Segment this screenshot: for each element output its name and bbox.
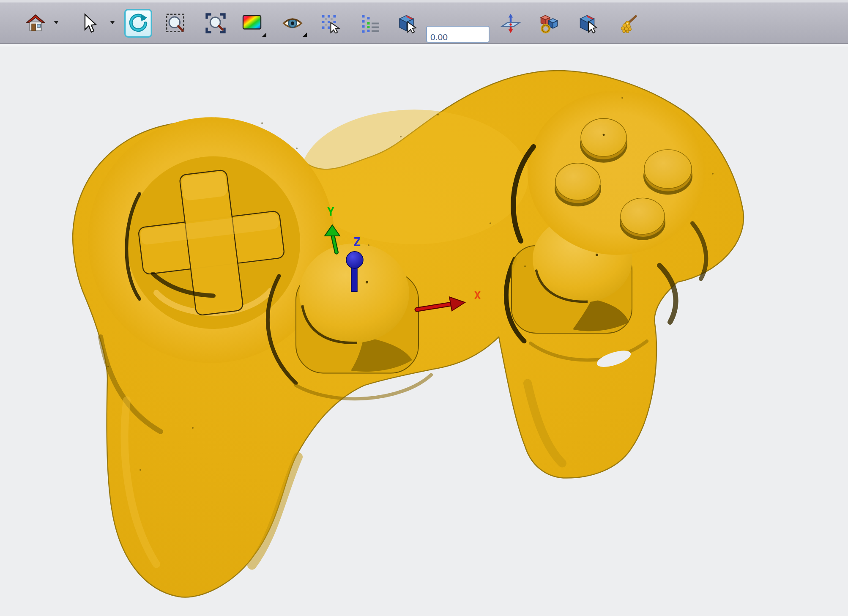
- right-dome-dot: [596, 254, 598, 256]
- select-dropdown-chevron[interactable]: [110, 21, 115, 24]
- points-list-icon: [360, 13, 380, 33]
- visibility-corner-dropdown[interactable]: [303, 33, 307, 37]
- smooth-brush-button[interactable]: [616, 11, 640, 35]
- bridge-highlight: [300, 110, 528, 244]
- button-right[interactable]: [643, 150, 692, 195]
- plane-flip-arrows-icon: [501, 13, 521, 33]
- home-button[interactable]: [24, 11, 47, 35]
- mirror-plane-button[interactable]: [499, 11, 522, 35]
- button-top[interactable]: [580, 118, 627, 163]
- y-axis-label: Y: [327, 205, 334, 218]
- zoom-extents-icon: [205, 13, 226, 33]
- cursor-icon: [79, 13, 99, 33]
- controller-model[interactable]: [73, 71, 744, 597]
- color-map-corner-dropdown[interactable]: [262, 33, 266, 37]
- visibility-button[interactable]: [281, 11, 304, 35]
- point-list-button[interactable]: [358, 11, 382, 35]
- eye-icon: [282, 13, 303, 33]
- button-bottom[interactable]: [620, 198, 665, 240]
- x-axis-label: X: [474, 289, 481, 301]
- zoom-window-icon: [165, 13, 186, 33]
- home-icon: [25, 13, 46, 33]
- app-window: Y Z X: [0, 0, 848, 616]
- viewport-3d[interactable]: Y Z X: [0, 44, 848, 616]
- zoom-window-button[interactable]: [164, 11, 187, 35]
- offset-input[interactable]: [426, 26, 490, 43]
- cube-pointer-icon: [578, 13, 599, 33]
- color-map-icon: [242, 13, 262, 33]
- points-grid-cursor-icon: [320, 13, 340, 33]
- button-left[interactable]: [555, 163, 601, 207]
- boolean-objects-button[interactable]: [537, 11, 561, 35]
- scene-canvas: Y Z X: [0, 47, 848, 616]
- select-points-button[interactable]: [318, 11, 342, 35]
- zoom-extents-button[interactable]: [204, 11, 227, 35]
- pick-object-button[interactable]: [577, 11, 600, 35]
- left-dome-dot: [366, 281, 368, 284]
- cubes-ring-icon: [539, 13, 559, 33]
- home-dropdown-chevron[interactable]: [54, 21, 59, 24]
- button-top-dot: [603, 134, 605, 136]
- cube-cursor-icon: [397, 13, 417, 33]
- color-map-button[interactable]: [240, 11, 264, 35]
- rotate-view-button[interactable]: [124, 9, 152, 38]
- z-axis-label: Z: [353, 235, 361, 249]
- toolbar: [0, 0, 848, 44]
- select-object-button[interactable]: [395, 11, 419, 35]
- select-cursor-button[interactable]: [77, 11, 101, 35]
- brush-comet-icon: [618, 13, 638, 33]
- rotate-icon: [128, 13, 148, 33]
